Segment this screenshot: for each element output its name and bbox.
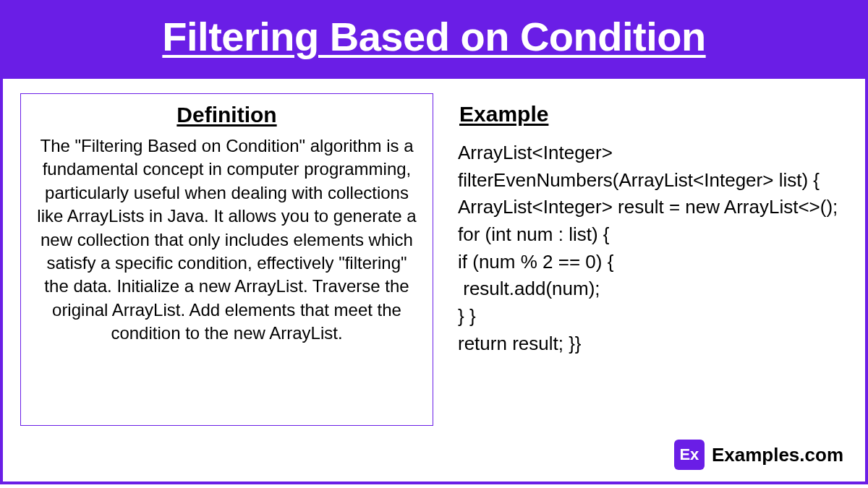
example-heading: Example — [459, 102, 841, 127]
example-panel: Example ArrayList<Integer> filterEvenNum… — [454, 93, 848, 468]
definition-panel: Definition The "Filtering Based on Condi… — [20, 93, 433, 426]
page-title: Filtering Based on Condition — [0, 13, 868, 60]
page-header: Filtering Based on Condition — [0, 0, 868, 76]
footer-logo: Ex Examples.com — [674, 440, 843, 470]
definition-body: The "Filtering Based on Condition" algor… — [35, 134, 418, 346]
example-code: ArrayList<Integer> filterEvenNumbers(Arr… — [458, 140, 841, 358]
logo-icon: Ex — [674, 440, 705, 470]
content-container: Definition The "Filtering Based on Condi… — [0, 76, 868, 484]
definition-heading: Definition — [176, 103, 276, 127]
logo-text: Examples.com — [712, 444, 843, 466]
